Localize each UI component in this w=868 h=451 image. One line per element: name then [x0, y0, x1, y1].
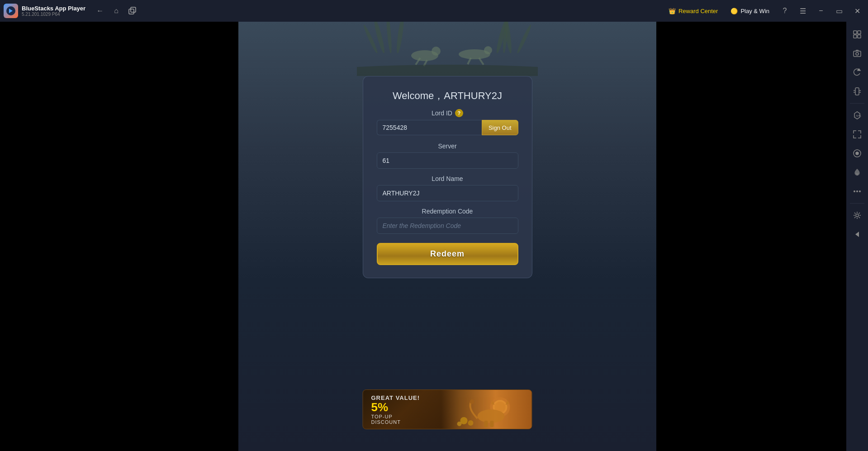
redemption-code-label: Redemption Code — [422, 208, 473, 215]
svg-line-17 — [479, 58, 484, 65]
app-name-group: BlueStacks App Player 5.21.201.1029 P64 — [22, 5, 85, 17]
sidebar-apk-icon[interactable]: APK — [848, 106, 866, 124]
play-win-button[interactable]: 🟡 Play & Win — [726, 6, 774, 16]
svg-point-30 — [457, 422, 462, 426]
server-label: Server — [438, 142, 456, 150]
menu-button[interactable]: ☰ — [796, 4, 810, 18]
svg-point-29 — [468, 420, 474, 426]
titlebar: BlueStacks App Player 5.21.201.1029 P64 … — [0, 0, 868, 22]
sidebar-divider-2 — [850, 203, 864, 204]
sign-out-button[interactable]: Sign Out — [482, 120, 518, 135]
redemption-dialog: Welcome，ARTHURY2J Lord ID ? Sign Out Ser… — [363, 76, 532, 278]
multiinstance-button[interactable] — [125, 4, 140, 18]
banner-topup-label: TOP-UP DISCOUNT — [371, 414, 420, 425]
app-logo — [4, 4, 18, 18]
svg-point-46 — [854, 190, 855, 192]
sidebar-rotate-icon[interactable] — [848, 63, 866, 81]
svg-rect-26 — [484, 421, 488, 427]
sidebar-more-icon[interactable] — [848, 182, 866, 200]
home-button[interactable]: ⌂ — [109, 4, 123, 18]
right-sidebar: APK — [846, 22, 868, 451]
sidebar-screenshot-icon[interactable] — [848, 44, 866, 62]
username-text: ARTHURY2J — [444, 90, 502, 101]
svg-rect-38 — [855, 88, 859, 95]
app-name: BlueStacks App Player — [22, 5, 85, 12]
svg-point-4 — [385, 22, 393, 53]
svg-point-25 — [470, 399, 474, 404]
sidebar-macro-icon[interactable] — [848, 144, 866, 162]
banner-discount-value: 5% — [371, 401, 420, 413]
svg-rect-2 — [131, 7, 136, 12]
svg-point-47 — [856, 190, 858, 192]
silhouette-decoration — [238, 22, 656, 76]
svg-rect-27 — [490, 421, 494, 427]
banner-lion-decoration — [441, 390, 532, 429]
sidebar-divider-1 — [850, 103, 864, 104]
reward-center-button[interactable]: 👑 Reward Center — [664, 6, 722, 16]
svg-point-48 — [859, 190, 861, 192]
svg-rect-34 — [858, 35, 861, 38]
svg-rect-35 — [854, 51, 861, 57]
sidebar-shake-icon[interactable] — [848, 82, 866, 100]
lord-id-row: Sign Out — [377, 120, 518, 135]
reward-center-label: Reward Center — [678, 8, 718, 14]
coin-icon: 🟡 — [730, 8, 738, 14]
left-area — [0, 22, 238, 451]
svg-text:APK: APK — [856, 114, 861, 117]
help-button[interactable]: ? — [778, 4, 792, 18]
redeem-button[interactable]: Redeem — [377, 243, 518, 265]
svg-point-36 — [856, 52, 859, 55]
redemption-code-input[interactable] — [377, 218, 518, 234]
lord-id-help-icon[interactable]: ? — [455, 109, 463, 117]
sidebar-game-controls-icon[interactable] — [848, 25, 866, 43]
svg-point-12 — [432, 47, 441, 56]
svg-rect-31 — [854, 31, 857, 34]
sidebar-eco-icon[interactable] — [848, 163, 866, 181]
sidebar-settings-icon[interactable] — [848, 206, 866, 224]
lord-name-label: Lord Name — [432, 175, 463, 182]
lord-name-input[interactable] — [377, 185, 518, 201]
svg-point-45 — [856, 152, 859, 155]
sidebar-back-icon[interactable] — [848, 225, 866, 243]
crown-icon: 👑 — [669, 8, 676, 14]
close-button[interactable]: ✕ — [850, 4, 864, 18]
svg-marker-50 — [855, 232, 859, 237]
svg-rect-32 — [858, 31, 861, 34]
svg-point-5 — [395, 22, 405, 54]
lord-id-label: Lord ID ? — [432, 109, 463, 117]
svg-point-16 — [484, 46, 492, 54]
svg-rect-33 — [854, 35, 857, 38]
svg-point-49 — [856, 214, 859, 217]
svg-point-10 — [516, 24, 532, 54]
svg-rect-1 — [129, 9, 134, 14]
promo-banner[interactable]: GREAT VALUE! 5% TOP-UP DISCOUNT — [363, 389, 532, 429]
back-button[interactable]: ← — [93, 4, 107, 18]
right-area — [656, 22, 846, 451]
restore-button[interactable]: ▭ — [832, 4, 846, 18]
minimize-button[interactable]: − — [814, 4, 828, 18]
welcome-text: Welcome，ARTHURY2J — [393, 89, 502, 103]
titlebar-right: 👑 Reward Center 🟡 Play & Win ? ☰ − ▭ ✕ — [664, 4, 864, 18]
play-win-label: Play & Win — [740, 8, 769, 14]
banner-text: GREAT VALUE! 5% TOP-UP DISCOUNT — [363, 394, 428, 425]
center-area: Welcome，ARTHURY2J Lord ID ? Sign Out Ser… — [238, 22, 656, 451]
server-input[interactable] — [377, 152, 518, 169]
sidebar-resize-icon[interactable] — [848, 125, 866, 143]
lord-id-input[interactable] — [377, 120, 482, 135]
main-area: Welcome，ARTHURY2J Lord ID ? Sign Out Ser… — [0, 22, 868, 451]
titlebar-nav: ← ⌂ — [93, 4, 140, 18]
app-version: 5.21.201.1029 P64 — [22, 12, 85, 17]
